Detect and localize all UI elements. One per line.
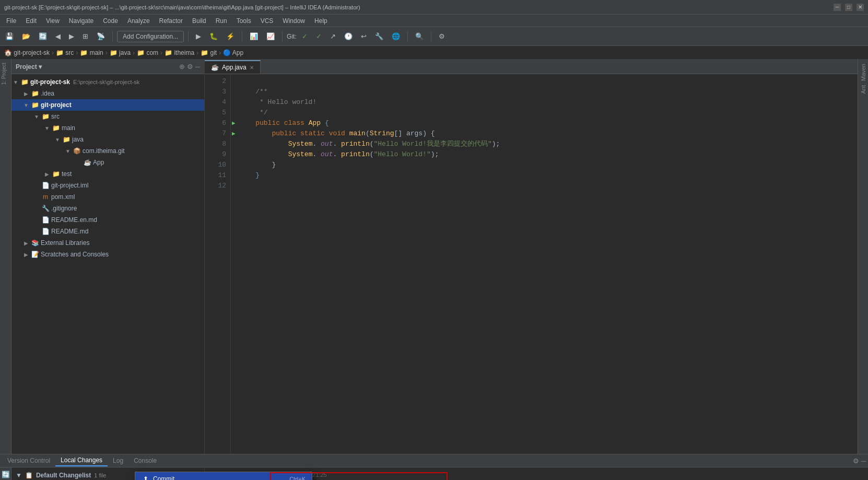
tree-item-idea[interactable]: ▶ 📁 .idea — [11, 88, 204, 99]
open-button[interactable]: 📂 — [19, 31, 33, 42]
menu-edit[interactable]: Edit — [21, 16, 41, 26]
menu-tools[interactable]: Tools — [232, 16, 255, 26]
forward-button[interactable]: ▶ — [66, 31, 77, 42]
maven-icon: m — [41, 193, 50, 201]
code-line-9: System. out. println("Hello World!"); — [239, 149, 849, 160]
tree-arrow-main: ▼ — [43, 125, 51, 131]
menu-window[interactable]: Window — [278, 16, 309, 26]
breadcrumb-src[interactable]: 📁 src — [56, 49, 74, 56]
code-line-12 — [239, 181, 849, 191]
breadcrumb-root[interactable]: 🏠 git-project-sk — [4, 49, 50, 56]
share-button[interactable]: 📡 — [93, 31, 108, 42]
menu-build[interactable]: Build — [188, 16, 210, 26]
add-configuration-button[interactable]: Add Configuration... — [117, 31, 184, 42]
git-update-button[interactable]: ↗ — [327, 31, 339, 42]
panel-minimize-button[interactable]: ─ — [195, 63, 200, 71]
tree-item-pom[interactable]: m pom.xml — [11, 191, 204, 203]
menu-view[interactable]: View — [42, 16, 64, 26]
tree-arrow-git-project: ▼ — [22, 102, 30, 108]
breadcrumb-app[interactable]: 🔵 App — [223, 49, 243, 56]
panel-actions: ⊕ ⚙ ─ — [179, 63, 200, 71]
coverage-button[interactable]: 📊 — [247, 31, 261, 42]
tree-item-scratches[interactable]: ▶ 📝 Scratches and Consoles — [11, 249, 204, 260]
bottom-panel-minimize[interactable]: ─ — [861, 457, 866, 465]
breadcrumb-itheima[interactable]: 📁 itheima — [165, 49, 194, 56]
menu-run[interactable]: Run — [212, 16, 231, 26]
menu-file[interactable]: File — [2, 16, 20, 26]
view-button[interactable]: ⊞ — [79, 31, 91, 42]
code-line-7: ▶ public static void main(String[] args)… — [239, 128, 849, 139]
menu-help[interactable]: Help — [310, 16, 332, 26]
refresh-action-button[interactable]: 🔄 — [1, 470, 10, 479]
profile-button[interactable]: 📈 — [263, 31, 278, 42]
breadcrumb-com[interactable]: 📁 com — [137, 49, 158, 56]
settings-button[interactable]: ⚙ — [436, 31, 448, 42]
code-area[interactable]: /** * Hello world! */ ▶ public class App… — [231, 74, 858, 454]
tree-label-gitignore: .gitignore — [51, 205, 77, 212]
search-button[interactable]: 🔍 — [412, 31, 427, 42]
sync-button[interactable]: 🔄 — [36, 31, 50, 42]
ctx-commit-text: Commit... — [153, 475, 180, 480]
ant-tab-right[interactable]: Ant — [859, 83, 867, 96]
tree-item-ext-libs[interactable]: ▶ 📚 External Libraries — [11, 237, 204, 249]
breadcrumb-sep-4: › — [133, 49, 135, 56]
tree-item-root[interactable]: ▼ 📁 git-project-sk E:\project-sk\git-pro… — [11, 76, 204, 88]
tab-console[interactable]: Console — [128, 455, 162, 466]
code-line-5: */ — [239, 108, 849, 118]
breadcrumb-main[interactable]: 📁 main — [80, 49, 103, 56]
git-tools-button[interactable]: 🔧 — [372, 31, 386, 42]
git-undo-button[interactable]: ↩ — [358, 31, 370, 42]
minimize-button[interactable]: ─ — [834, 4, 841, 11]
toolbar-separator-1 — [112, 31, 113, 42]
tree-item-main[interactable]: ▼ 📁 main — [11, 122, 204, 134]
tree-item-readme-en[interactable]: 📄 README.en.md — [11, 214, 204, 226]
breadcrumb-git[interactable]: 📁 git — [201, 49, 217, 56]
tree-item-java[interactable]: ▼ 📁 java — [11, 134, 204, 145]
save-button[interactable]: 💾 — [2, 31, 17, 42]
tree-item-package[interactable]: ▼ 📦 com.itheima.git — [11, 145, 204, 157]
tab-log[interactable]: Log — [108, 455, 128, 466]
run-config-button[interactable]: ⚡ — [223, 31, 238, 42]
breadcrumb-java[interactable]: 📁 java — [110, 49, 131, 56]
tree-item-gitignore[interactable]: 🔧 .gitignore — [11, 203, 204, 214]
java-icon-app: ☕ — [83, 159, 92, 166]
git-history-button[interactable]: 🕐 — [341, 31, 356, 42]
menu-navigate[interactable]: Navigate — [65, 16, 98, 26]
tab-version-control[interactable]: Version Control — [2, 455, 55, 466]
debug-button[interactable]: 🐛 — [206, 31, 221, 42]
close-button[interactable]: ✕ — [857, 4, 864, 11]
git-commit-button[interactable]: ✓ — [299, 31, 311, 42]
bottom-panel-settings[interactable]: ⚙ — [853, 457, 859, 465]
git-label: Git: — [287, 33, 297, 40]
panel-locate-button[interactable]: ⊕ — [179, 63, 185, 71]
menu-code[interactable]: Code — [99, 16, 122, 26]
tree-item-test[interactable]: ▶ 📁 test — [11, 168, 204, 180]
project-tab-vertical[interactable]: 1: Project — [0, 60, 11, 88]
editor-tab-app[interactable]: ☕ App.java ✕ — [205, 60, 261, 74]
title-bar: git-project-sk [E:\project-sk\git-projec… — [0, 0, 868, 15]
breadcrumb-bar: 🏠 git-project-sk › 📁 src › 📁 main › 📁 ja… — [0, 46, 868, 60]
maven-tab-right[interactable]: Maven — [859, 62, 867, 83]
toolbar: 💾 📂 🔄 ◀ ▶ ⊞ 📡 Add Configuration... ▶ 🐛 ⚡… — [0, 27, 868, 46]
tree-item-git-project[interactable]: ▼ 📁 git-project — [11, 99, 204, 111]
back-button[interactable]: ◀ — [52, 31, 64, 42]
menu-vcs[interactable]: VCS — [256, 16, 278, 26]
tree-label-java: java — [72, 136, 84, 143]
tree-item-src[interactable]: ▼ 📁 src — [11, 111, 204, 122]
run-button[interactable]: ▶ — [193, 31, 204, 42]
menu-analyze[interactable]: Analyze — [123, 16, 154, 26]
changelist-arrow: ▼ — [16, 472, 22, 479]
tab-local-changes[interactable]: Local Changes — [55, 455, 108, 466]
git-push-button[interactable]: ✓ — [313, 31, 325, 42]
ctx-commit[interactable]: ⬆ Commit... Ctrl+K — [135, 472, 312, 480]
tree-item-app[interactable]: ☕ App — [11, 157, 204, 168]
tree-item-readme[interactable]: 📄 README.md — [11, 226, 204, 237]
tree-item-iml[interactable]: 📄 git-project.iml — [11, 180, 204, 191]
panel-settings-button[interactable]: ⚙ — [187, 63, 193, 71]
git-remote-button[interactable]: 🌐 — [389, 31, 403, 42]
maximize-button[interactable]: □ — [845, 4, 852, 11]
tab-close-app[interactable]: ✕ — [250, 65, 254, 71]
menu-refactor[interactable]: Refactor — [155, 16, 187, 26]
tree-label-iml: git-project.iml — [51, 182, 88, 189]
tree-arrow-idea: ▶ — [22, 91, 30, 97]
